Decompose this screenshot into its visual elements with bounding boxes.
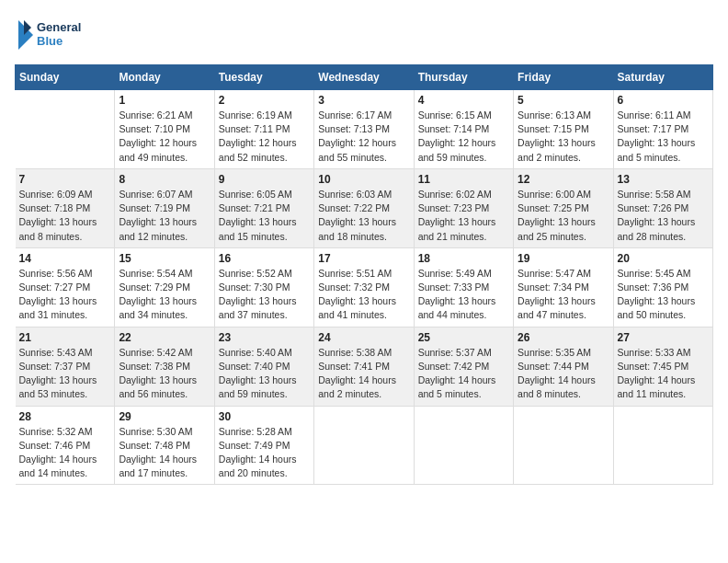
day-info: Sunrise: 5:51 AM Sunset: 7:32 PM Dayligh… <box>318 267 409 323</box>
day-info: Sunrise: 5:35 AM Sunset: 7:44 PM Dayligh… <box>518 346 609 402</box>
calendar-cell: 22Sunrise: 5:42 AM Sunset: 7:38 PM Dayli… <box>115 327 214 406</box>
calendar-cell: 1Sunrise: 6:21 AM Sunset: 7:10 PM Daylig… <box>115 90 214 169</box>
day-header-tuesday: Tuesday <box>214 65 313 90</box>
day-number: 15 <box>119 252 210 265</box>
day-info: Sunrise: 6:07 AM Sunset: 7:19 PM Dayligh… <box>119 188 210 244</box>
calendar-cell: 12Sunrise: 6:00 AM Sunset: 7:25 PM Dayli… <box>514 168 613 247</box>
calendar-cell <box>514 406 613 485</box>
day-info: Sunrise: 6:19 AM Sunset: 7:11 PM Dayligh… <box>219 109 310 165</box>
day-number: 30 <box>219 410 310 423</box>
day-number: 20 <box>618 252 709 265</box>
day-number: 29 <box>119 410 210 423</box>
day-number: 25 <box>418 331 509 344</box>
day-info: Sunrise: 5:33 AM Sunset: 7:45 PM Dayligh… <box>618 346 709 402</box>
day-info: Sunrise: 5:56 AM Sunset: 7:27 PM Dayligh… <box>19 267 111 323</box>
calendar-cell: 11Sunrise: 6:02 AM Sunset: 7:23 PM Dayli… <box>414 168 513 247</box>
calendar-cell <box>414 406 513 485</box>
calendar-week-row: 28Sunrise: 5:32 AM Sunset: 7:46 PM Dayli… <box>16 406 713 485</box>
day-number: 24 <box>318 331 409 344</box>
page-header: General Blue <box>15 15 713 55</box>
day-number: 12 <box>518 173 609 186</box>
day-info: Sunrise: 5:47 AM Sunset: 7:34 PM Dayligh… <box>518 267 609 323</box>
calendar-week-row: 21Sunrise: 5:43 AM Sunset: 7:37 PM Dayli… <box>16 327 713 406</box>
calendar-cell: 3Sunrise: 6:17 AM Sunset: 7:13 PM Daylig… <box>314 90 414 169</box>
logo: General Blue <box>15 15 88 55</box>
day-number: 11 <box>418 173 509 186</box>
calendar-cell: 8Sunrise: 6:07 AM Sunset: 7:19 PM Daylig… <box>115 168 214 247</box>
calendar-cell: 26Sunrise: 5:35 AM Sunset: 7:44 PM Dayli… <box>514 327 613 406</box>
day-info: Sunrise: 5:28 AM Sunset: 7:49 PM Dayligh… <box>219 425 310 481</box>
calendar-table: SundayMondayTuesdayWednesdayThursdayFrid… <box>15 64 713 485</box>
calendar-cell: 2Sunrise: 6:19 AM Sunset: 7:11 PM Daylig… <box>214 90 313 169</box>
calendar-cell: 29Sunrise: 5:30 AM Sunset: 7:48 PM Dayli… <box>115 406 214 485</box>
logo-svg: General Blue <box>15 15 88 55</box>
day-info: Sunrise: 5:45 AM Sunset: 7:36 PM Dayligh… <box>618 267 709 323</box>
calendar-cell: 7Sunrise: 6:09 AM Sunset: 7:18 PM Daylig… <box>16 168 115 247</box>
day-number: 7 <box>19 173 111 186</box>
calendar-cell: 6Sunrise: 6:11 AM Sunset: 7:17 PM Daylig… <box>613 90 712 169</box>
calendar-cell: 23Sunrise: 5:40 AM Sunset: 7:40 PM Dayli… <box>214 327 313 406</box>
day-header-saturday: Saturday <box>613 65 712 90</box>
day-info: Sunrise: 6:13 AM Sunset: 7:15 PM Dayligh… <box>518 109 609 165</box>
calendar-cell: 28Sunrise: 5:32 AM Sunset: 7:46 PM Dayli… <box>16 406 115 485</box>
day-number: 28 <box>19 410 111 423</box>
calendar-cell <box>314 406 414 485</box>
day-header-sunday: Sunday <box>16 65 115 90</box>
day-info: Sunrise: 5:58 AM Sunset: 7:26 PM Dayligh… <box>618 188 709 244</box>
calendar-cell: 15Sunrise: 5:54 AM Sunset: 7:29 PM Dayli… <box>115 247 214 327</box>
day-number: 6 <box>618 94 709 107</box>
calendar-cell <box>16 90 115 169</box>
svg-text:General: General <box>37 20 81 34</box>
svg-text:Blue: Blue <box>37 34 63 48</box>
calendar-cell: 13Sunrise: 5:58 AM Sunset: 7:26 PM Dayli… <box>613 168 712 247</box>
day-number: 10 <box>318 173 409 186</box>
day-info: Sunrise: 5:32 AM Sunset: 7:46 PM Dayligh… <box>19 425 111 481</box>
calendar-cell: 17Sunrise: 5:51 AM Sunset: 7:32 PM Dayli… <box>314 247 414 327</box>
day-header-monday: Monday <box>115 65 214 90</box>
day-info: Sunrise: 5:42 AM Sunset: 7:38 PM Dayligh… <box>119 346 210 402</box>
day-number: 23 <box>219 331 310 344</box>
day-info: Sunrise: 5:43 AM Sunset: 7:37 PM Dayligh… <box>19 346 111 402</box>
day-info: Sunrise: 6:11 AM Sunset: 7:17 PM Dayligh… <box>618 109 709 165</box>
day-info: Sunrise: 6:15 AM Sunset: 7:14 PM Dayligh… <box>418 109 509 165</box>
day-number: 18 <box>418 252 509 265</box>
calendar-cell: 4Sunrise: 6:15 AM Sunset: 7:14 PM Daylig… <box>414 90 513 169</box>
day-info: Sunrise: 5:38 AM Sunset: 7:41 PM Dayligh… <box>318 346 409 402</box>
day-info: Sunrise: 6:02 AM Sunset: 7:23 PM Dayligh… <box>418 188 509 244</box>
calendar-cell: 16Sunrise: 5:52 AM Sunset: 7:30 PM Dayli… <box>214 247 313 327</box>
day-number: 9 <box>219 173 310 186</box>
calendar-cell: 9Sunrise: 6:05 AM Sunset: 7:21 PM Daylig… <box>214 168 313 247</box>
calendar-cell <box>613 406 712 485</box>
calendar-week-row: 7Sunrise: 6:09 AM Sunset: 7:18 PM Daylig… <box>16 168 713 247</box>
day-number: 3 <box>318 94 409 107</box>
calendar-cell: 25Sunrise: 5:37 AM Sunset: 7:42 PM Dayli… <box>414 327 513 406</box>
day-number: 13 <box>618 173 709 186</box>
calendar-cell: 20Sunrise: 5:45 AM Sunset: 7:36 PM Dayli… <box>613 247 712 327</box>
day-number: 16 <box>219 252 310 265</box>
day-info: Sunrise: 5:49 AM Sunset: 7:33 PM Dayligh… <box>418 267 509 323</box>
day-number: 21 <box>19 331 111 344</box>
day-header-wednesday: Wednesday <box>314 65 414 90</box>
day-number: 1 <box>119 94 210 107</box>
calendar-header-row: SundayMondayTuesdayWednesdayThursdayFrid… <box>16 65 713 90</box>
day-number: 2 <box>219 94 310 107</box>
calendar-cell: 14Sunrise: 5:56 AM Sunset: 7:27 PM Dayli… <box>16 247 115 327</box>
calendar-cell: 18Sunrise: 5:49 AM Sunset: 7:33 PM Dayli… <box>414 247 513 327</box>
day-info: Sunrise: 5:30 AM Sunset: 7:48 PM Dayligh… <box>119 425 210 481</box>
calendar-cell: 21Sunrise: 5:43 AM Sunset: 7:37 PM Dayli… <box>16 327 115 406</box>
day-number: 22 <box>119 331 210 344</box>
day-info: Sunrise: 6:21 AM Sunset: 7:10 PM Dayligh… <box>119 109 210 165</box>
calendar-cell: 10Sunrise: 6:03 AM Sunset: 7:22 PM Dayli… <box>314 168 414 247</box>
day-info: Sunrise: 5:54 AM Sunset: 7:29 PM Dayligh… <box>119 267 210 323</box>
day-info: Sunrise: 6:00 AM Sunset: 7:25 PM Dayligh… <box>518 188 609 244</box>
day-number: 27 <box>618 331 709 344</box>
calendar-week-row: 1Sunrise: 6:21 AM Sunset: 7:10 PM Daylig… <box>16 90 713 169</box>
day-number: 5 <box>518 94 609 107</box>
day-number: 19 <box>518 252 609 265</box>
calendar-cell: 30Sunrise: 5:28 AM Sunset: 7:49 PM Dayli… <box>214 406 313 485</box>
day-number: 26 <box>518 331 609 344</box>
day-number: 4 <box>418 94 509 107</box>
day-info: Sunrise: 5:40 AM Sunset: 7:40 PM Dayligh… <box>219 346 310 402</box>
day-header-friday: Friday <box>514 65 613 90</box>
calendar-cell: 27Sunrise: 5:33 AM Sunset: 7:45 PM Dayli… <box>613 327 712 406</box>
